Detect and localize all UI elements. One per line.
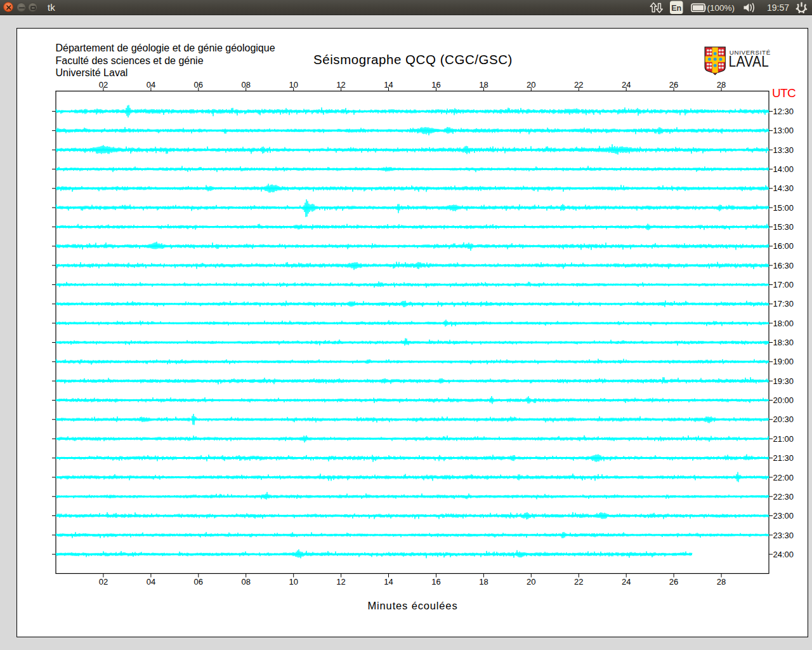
- svg-text:12: 12: [336, 577, 345, 587]
- svg-text:En: En: [671, 4, 681, 13]
- svg-text:28: 28: [717, 80, 726, 90]
- svg-text:22:00: 22:00: [773, 473, 794, 482]
- svg-text:Minutes écoulées: Minutes écoulées: [367, 600, 457, 611]
- svg-text:10: 10: [289, 577, 298, 587]
- svg-text:12:30: 12:30: [773, 107, 794, 116]
- svg-text:12: 12: [336, 80, 345, 90]
- svg-text:14: 14: [384, 577, 393, 587]
- svg-text:19:00: 19:00: [773, 357, 794, 366]
- svg-text:04: 04: [147, 577, 155, 587]
- svg-text:13:00: 13:00: [773, 126, 794, 135]
- svg-text:24:00: 24:00: [773, 550, 794, 559]
- svg-text:15:00: 15:00: [773, 203, 794, 213]
- svg-text:16: 16: [431, 577, 440, 587]
- svg-text:04: 04: [147, 80, 155, 90]
- svg-text:28: 28: [717, 577, 726, 587]
- svg-text:17:00: 17:00: [773, 280, 794, 289]
- svg-text:20:30: 20:30: [773, 415, 794, 424]
- svg-text:08: 08: [241, 577, 250, 587]
- svg-text:02: 02: [99, 80, 108, 90]
- svg-text:Séismographe QCQ (CGC/GSC): Séismographe QCQ (CGC/GSC): [313, 52, 513, 67]
- svg-text:22: 22: [574, 577, 583, 587]
- svg-text:17:30: 17:30: [773, 299, 794, 308]
- svg-text:06: 06: [194, 577, 203, 587]
- svg-text:08: 08: [241, 80, 250, 90]
- svg-text:(100%): (100%): [707, 3, 735, 13]
- svg-text:Département de géologie et de: Département de géologie et de génie géol…: [56, 43, 275, 53]
- svg-text:14: 14: [384, 80, 393, 90]
- svg-text:15:30: 15:30: [773, 222, 794, 232]
- svg-text:18:30: 18:30: [773, 338, 794, 347]
- svg-text:18:00: 18:00: [773, 319, 794, 328]
- svg-text:16:30: 16:30: [773, 261, 794, 270]
- svg-text:21:30: 21:30: [773, 453, 794, 463]
- svg-text:16:00: 16:00: [773, 241, 794, 251]
- svg-text:Université Laval: Université Laval: [56, 67, 128, 78]
- svg-text:16: 16: [431, 80, 440, 90]
- svg-text:18: 18: [479, 80, 488, 90]
- svg-text:02: 02: [99, 577, 108, 587]
- svg-text:14:30: 14:30: [773, 183, 794, 193]
- svg-text:UTC: UTC: [772, 86, 796, 100]
- svg-text:21:00: 21:00: [773, 434, 794, 444]
- svg-text:13:30: 13:30: [773, 145, 794, 155]
- svg-text:20:00: 20:00: [773, 395, 794, 405]
- svg-text:20: 20: [527, 577, 535, 587]
- svg-text:24: 24: [622, 577, 631, 587]
- svg-text:14:00: 14:00: [773, 164, 794, 174]
- svg-text:23:00: 23:00: [773, 511, 794, 521]
- svg-text:18: 18: [479, 577, 488, 587]
- svg-text:Faculté des sciences et de gén: Faculté des sciences et de génie: [56, 55, 204, 66]
- svg-text:22:30: 22:30: [773, 492, 794, 501]
- svg-text:19:30: 19:30: [773, 376, 794, 386]
- svg-text:26: 26: [669, 80, 678, 90]
- svg-text:22: 22: [574, 80, 583, 90]
- svg-text:10: 10: [289, 80, 298, 90]
- svg-text:LAVAL: LAVAL: [729, 53, 769, 70]
- svg-text:26: 26: [669, 577, 678, 587]
- svg-text:20: 20: [527, 80, 535, 90]
- svg-text:19:57: 19:57: [767, 3, 789, 13]
- svg-text:23:30: 23:30: [773, 531, 794, 540]
- svg-text:06: 06: [194, 80, 203, 90]
- svg-text:24: 24: [622, 80, 631, 90]
